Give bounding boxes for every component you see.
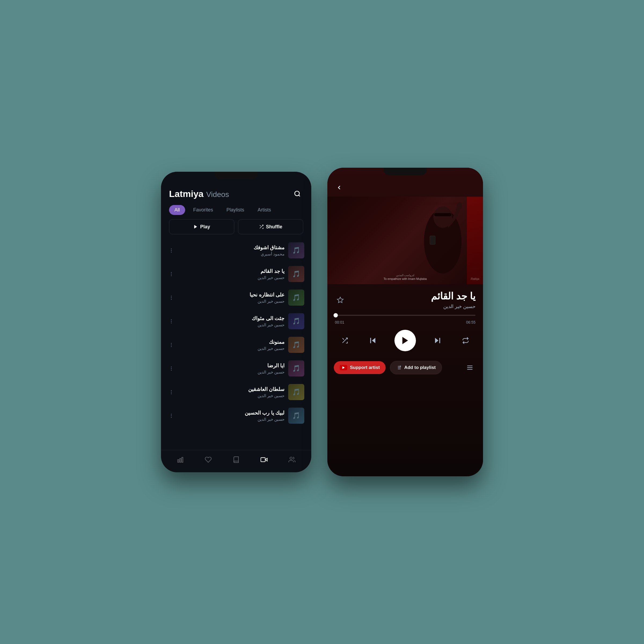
song-title-3: على انتظاره نحيا [178, 292, 284, 298]
song-artist-4: حسين خير الدين [178, 323, 284, 327]
song-artist-2: حسين خير الدين [178, 275, 284, 280]
phone-list: Latmiya Videos All Favorites Playlists A… [161, 172, 311, 472]
next-button[interactable] [431, 334, 444, 347]
repeat-button[interactable] [459, 334, 472, 347]
tab-favorites[interactable]: Favorites [188, 205, 218, 215]
player-song-name-block: يا جد القائم حسين خير الدين [431, 291, 475, 309]
queue-button[interactable] [463, 361, 477, 374]
list-item[interactable]: ايا الرضا حسين خير الدين 🎵 [164, 357, 309, 380]
total-time: 06:55 [466, 320, 475, 324]
song-artist-5: حسين خير الدين [178, 346, 284, 351]
song-artist-1: محمود أسيري [178, 252, 284, 257]
song-menu-4[interactable] [168, 318, 174, 324]
song-artist-3: حسين خير الدين [178, 299, 284, 304]
song-list: مشتاق اشوفك محمود أسيري 🎵 يا جد القائم ح… [161, 239, 311, 450]
song-menu-8[interactable] [168, 413, 174, 419]
svg-marker-8 [265, 458, 267, 461]
video-logo: Ratiqa [471, 277, 479, 280]
player-topbar [327, 178, 483, 197]
song-title-1: مشتاق اشوفك [178, 244, 284, 251]
song-thumb-4: 🎵 [288, 313, 304, 329]
list-item[interactable]: جئت الى مثواك حسين خير الدين 🎵 [164, 309, 309, 333]
back-button[interactable] [334, 182, 345, 193]
svg-rect-7 [182, 457, 183, 462]
song-artist-7: حسين خير الدين [178, 393, 284, 398]
video-player[interactable]: لترواسب المذبي To empathize with Imam Mu… [327, 197, 483, 284]
song-menu-7[interactable] [168, 389, 174, 395]
list-item[interactable]: ممنونك حسين خير الدين 🎵 [164, 333, 309, 357]
nav-item-stats[interactable] [173, 455, 188, 465]
shuffle-button[interactable]: Shuffle [238, 219, 303, 234]
svg-rect-5 [178, 460, 179, 462]
song-title-8: لبيك يا رب الحسين [178, 410, 284, 416]
song-info-2: يا جد القائم حسين خير الدين [178, 268, 284, 280]
progress-section [327, 313, 483, 318]
song-title-6: ايا الرضا [178, 363, 284, 369]
song-artist-6: حسين خير الدين [178, 370, 284, 375]
player-song-artist: حسين خير الدين [431, 303, 475, 309]
song-menu-1[interactable] [168, 247, 174, 254]
add-to-playlist-button[interactable]: Add to playlist [390, 361, 442, 374]
add-to-playlist-label: Add to playlist [404, 365, 436, 370]
search-button[interactable] [291, 188, 303, 200]
shuffle-control[interactable] [338, 334, 352, 347]
song-thumb-6: 🎵 [288, 360, 304, 376]
svg-marker-22 [435, 338, 438, 343]
tab-playlists[interactable]: Playlists [221, 205, 250, 215]
list-item[interactable]: مشتاق اشوفك محمود أسيري 🎵 [164, 239, 309, 262]
prev-button[interactable] [366, 334, 380, 347]
progress-bar[interactable] [335, 315, 475, 316]
list-header: Latmiya Videos [161, 182, 311, 202]
nav-item-users[interactable] [284, 455, 300, 465]
progress-thumb [334, 313, 338, 317]
song-thumb-3: 🎵 [288, 290, 304, 306]
svg-marker-2 [194, 225, 197, 229]
song-thumb-5: 🎵 [288, 337, 304, 353]
play-pause-button[interactable] [394, 330, 416, 351]
song-menu-6[interactable] [168, 365, 174, 372]
player-controls [327, 327, 483, 354]
phone-player: لترواسب المذبي To empathize with Imam Mu… [327, 168, 483, 476]
song-title-2: يا جد القائم [178, 268, 284, 274]
song-menu-3[interactable] [168, 295, 174, 301]
tab-artists[interactable]: Artists [252, 205, 276, 215]
nav-item-favorites[interactable] [200, 455, 216, 465]
player-song-info: يا جد القائم حسين خير الدين [327, 284, 483, 313]
song-thumb-2: 🎵 [288, 266, 304, 282]
svg-point-0 [295, 191, 299, 196]
list-item[interactable]: سلطان العاشقين حسين خير الدين 🎵 [164, 380, 309, 404]
list-item[interactable]: لبيك يا رب الحسين حسين خير الدين 🎵 [164, 404, 309, 427]
video-subtitle: لترواسب المذبي To empathize with Imam Mu… [384, 274, 427, 280]
support-artist-button[interactable]: Support artist [334, 361, 386, 374]
app-title-sub: Videos [206, 190, 229, 199]
tab-all[interactable]: All [169, 205, 185, 215]
bottom-nav [161, 450, 311, 472]
song-info-7: سلطان العاشقين حسين خير الدين [178, 386, 284, 398]
song-info-5: ممنونك حسين خير الدين [178, 339, 284, 351]
play-button[interactable]: Play [169, 219, 234, 234]
nav-item-video[interactable] [256, 455, 272, 465]
svg-rect-14 [434, 213, 451, 216]
song-menu-2[interactable] [168, 271, 174, 277]
svg-marker-21 [403, 337, 408, 344]
nav-item-book[interactable] [228, 455, 244, 465]
song-info-6: ايا الرضا حسين خير الدين [178, 363, 284, 375]
list-item[interactable]: على انتظاره نحيا حسين خير الدين 🎵 [164, 286, 309, 309]
app-title-main: Latmiya [169, 189, 204, 199]
tab-bar: All Favorites Playlists Artists [161, 202, 311, 219]
svg-marker-19 [372, 338, 375, 343]
youtube-icon [340, 365, 347, 370]
favorite-button[interactable] [335, 295, 346, 305]
song-menu-5[interactable] [168, 342, 174, 348]
song-title-5: ممنونك [178, 339, 284, 345]
svg-point-13 [457, 202, 462, 210]
song-artist-8: حسين خير الدين [178, 417, 284, 422]
shuffle-label: Shuffle [266, 224, 282, 230]
song-thumb-8: 🎵 [288, 408, 304, 424]
song-info-1: مشتاق اشوفك محمود أسيري [178, 244, 284, 257]
action-buttons: Play Shuffle [161, 219, 311, 239]
list-item[interactable]: يا جد القائم حسين خير الدين 🎵 [164, 262, 309, 286]
svg-line-18 [342, 338, 344, 340]
song-info-4: جئت الى مثواك حسين خير الدين [178, 315, 284, 327]
svg-rect-6 [180, 459, 181, 462]
